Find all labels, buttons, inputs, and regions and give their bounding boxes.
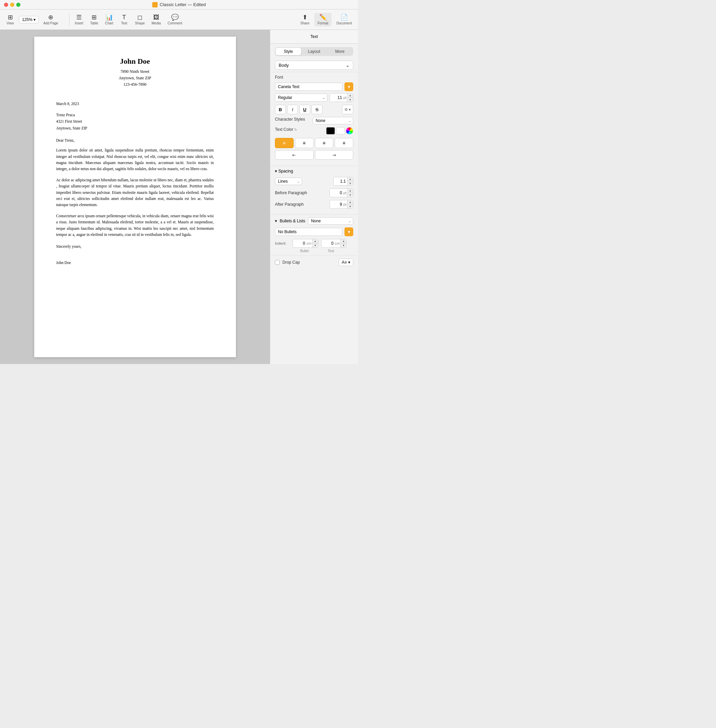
text-options-button[interactable]: ⚙ ▾: [342, 105, 353, 114]
bullet-indent-steppers: ▲ ▼: [312, 239, 318, 247]
color-swatch-black[interactable]: [326, 127, 335, 135]
drop-cap-style-icon: A≡: [342, 260, 347, 265]
view-button[interactable]: ⊞ View: [3, 13, 18, 26]
document-button[interactable]: 📄 Document: [333, 13, 355, 26]
character-styles-row: Character Styles None: [275, 117, 353, 124]
sidebar-tab-text[interactable]: Text: [308, 33, 320, 40]
indent-increase-button[interactable]: ⇥: [315, 150, 353, 160]
after-paragraph-label: After Paragraph: [275, 202, 304, 207]
align-right-button[interactable]: ≡: [315, 138, 334, 148]
spacing-chevron-icon: ▾: [275, 169, 277, 173]
table-button[interactable]: ⊞ Table: [87, 13, 102, 26]
lines-value-input[interactable]: [334, 178, 347, 185]
font-browse-button[interactable]: ▾: [344, 82, 353, 91]
tab-style[interactable]: Style: [276, 48, 301, 55]
text-indent-input[interactable]: [322, 240, 335, 247]
before-paragraph-control: pt ▲ ▼: [329, 188, 353, 197]
after-paragraph-unit: pt: [343, 202, 347, 206]
bullets-type-select[interactable]: None Bullets Numbers: [308, 217, 353, 225]
bold-button[interactable]: B: [275, 105, 286, 114]
tab-more[interactable]: More: [327, 48, 353, 55]
underline-button[interactable]: U: [299, 105, 310, 114]
bullet-indent-up[interactable]: ▲: [312, 239, 318, 243]
align-center-icon: ≡: [303, 140, 305, 146]
drop-cap-style-button[interactable]: A≡ ▾: [339, 259, 353, 266]
after-paragraph-row: After Paragraph pt ▲ ▼: [275, 200, 353, 209]
no-bullets-input[interactable]: [275, 228, 343, 236]
text-indent-down[interactable]: ▼: [341, 243, 346, 247]
color-swatch-group: [326, 127, 353, 135]
separator-1: [69, 14, 70, 26]
drop-cap-label: Drop Cap: [282, 260, 300, 265]
after-paragraph-down[interactable]: ▼: [347, 204, 353, 208]
comment-icon: 💬: [171, 14, 179, 20]
chart-button[interactable]: 📊 Chart: [102, 13, 117, 26]
italic-button[interactable]: I: [287, 105, 298, 114]
char-styles-select[interactable]: None: [312, 117, 353, 124]
text-indent-steppers: ▲ ▼: [340, 239, 346, 247]
spacing-section-header[interactable]: ▾ Spacing: [275, 169, 353, 173]
zoom-control[interactable]: 125% ▾: [19, 16, 39, 23]
letter-signature: John Doe: [56, 261, 214, 265]
lines-up[interactable]: ▲: [347, 177, 353, 181]
media-button[interactable]: 🖼 Media: [148, 13, 164, 26]
no-bullets-dropdown-btn[interactable]: ▾: [344, 228, 353, 236]
toolbar-view-zoom: ⊞ View 125% ▾ ⊕ Add Page: [3, 13, 62, 26]
format-button[interactable]: ✏️ Format: [314, 13, 332, 26]
indent-label: Indent:: [275, 241, 290, 246]
align-justify-button[interactable]: ≡: [335, 138, 353, 148]
letter-date: March 8, 2023: [56, 102, 214, 106]
after-paragraph-steppers: ▲ ▼: [347, 200, 353, 208]
shape-icon: ◻: [137, 14, 143, 20]
align-center-button[interactable]: ≡: [295, 138, 314, 148]
after-paragraph-up[interactable]: ▲: [347, 200, 353, 204]
font-section: Font ▾ Regular Bold Italic Bold Italic: [270, 72, 358, 166]
add-page-button[interactable]: ⊕ Add Page: [40, 13, 62, 26]
indent-decrease-button[interactable]: ⇤: [275, 150, 314, 160]
before-paragraph-up[interactable]: ▲: [347, 189, 353, 193]
chart-icon: 📊: [105, 14, 113, 20]
font-size-down[interactable]: ▼: [347, 98, 353, 102]
insert-icon: ☰: [76, 14, 82, 20]
fullscreen-button[interactable]: [16, 3, 20, 7]
header-address1: 7890 Ninth Street: [120, 69, 149, 74]
drop-cap-checkbox[interactable]: [275, 260, 280, 265]
align-justify-icon: ≡: [343, 140, 346, 146]
lines-type-select[interactable]: Lines At Least Exactly: [275, 177, 302, 185]
text-icon: T: [122, 14, 126, 20]
minimize-button[interactable]: [10, 3, 14, 7]
color-swatch-white[interactable]: [336, 127, 345, 135]
titlebar: Classic Letter — Edited: [0, 0, 358, 9]
format-buttons-row: B I U S ⚙ ▾: [275, 105, 353, 114]
tab-layout[interactable]: Layout: [301, 48, 327, 55]
char-styles-select-wrap: None: [312, 117, 353, 124]
after-paragraph-input[interactable]: [330, 201, 343, 208]
lines-down[interactable]: ▼: [347, 181, 353, 185]
drop-cap-row: Drop Cap A≡ ▾: [275, 259, 353, 266]
page[interactable]: John Doe 7890 Ninth Street Anytown, Stat…: [34, 36, 236, 357]
text-button[interactable]: T Text: [117, 13, 132, 26]
bullet-indent-input[interactable]: [293, 240, 306, 247]
font-style-select[interactable]: Regular Bold Italic Bold Italic: [275, 94, 328, 102]
body-style-dropdown[interactable]: Body ⌄: [275, 61, 353, 70]
align-left-button[interactable]: ≡: [275, 138, 294, 148]
alignment-row: ≡ ≡ ≡ ≡: [275, 138, 353, 148]
text-indent-up[interactable]: ▲: [341, 239, 346, 243]
bullets-type-select-wrap: None Bullets Numbers: [308, 217, 353, 225]
before-paragraph-input[interactable]: [330, 190, 343, 196]
share-button[interactable]: ⬆ Share: [297, 13, 313, 26]
font-size-input[interactable]: [330, 94, 343, 101]
text-sub-label: Text: [319, 249, 343, 253]
color-wheel[interactable]: [346, 127, 353, 135]
font-size-up[interactable]: ▲: [347, 94, 353, 98]
format-icon: ✏️: [319, 14, 327, 20]
bullet-indent-down[interactable]: ▼: [312, 243, 318, 247]
insert-button[interactable]: ☰ Insert: [71, 13, 87, 26]
close-button[interactable]: [4, 3, 8, 7]
lines-value-control: ▲ ▼: [333, 177, 353, 186]
shape-button[interactable]: ◻ Shape: [132, 13, 148, 26]
strikethrough-button[interactable]: S: [311, 105, 322, 114]
comment-button[interactable]: 💬 Comment: [164, 13, 185, 26]
before-paragraph-down[interactable]: ▼: [347, 193, 353, 197]
font-name-input[interactable]: [275, 83, 343, 91]
